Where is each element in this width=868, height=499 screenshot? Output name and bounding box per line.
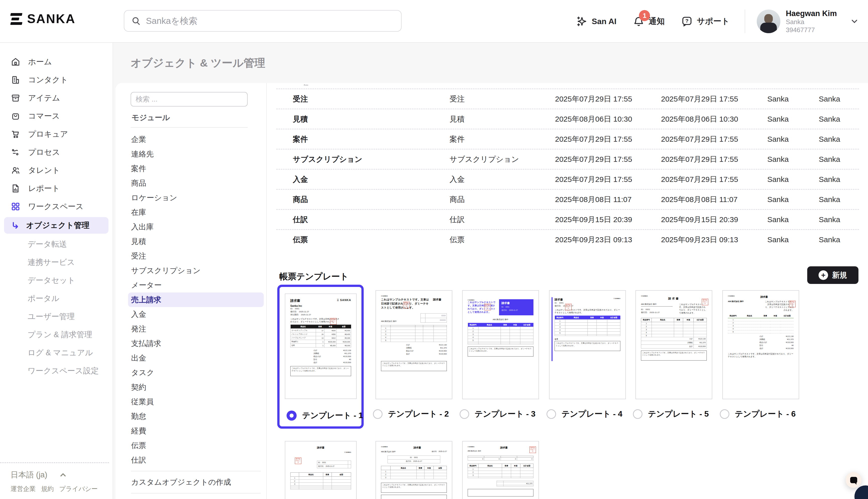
template-thumbnail-6[interactable]: Ξ SANKA 請求書 ABC株式会社 御中 これはサンプルテキストです。文章は… <box>722 290 799 399</box>
sidebar-sub-user-management[interactable]: ユーザー管理 <box>0 307 112 326</box>
module-item-order[interactable]: 受注 <box>128 249 264 263</box>
template-thumbnail-1[interactable]: 請求書 Ξ SANKA Sanka Inc ID: 0001 発行日: 2025… <box>285 293 357 399</box>
module-item-company[interactable]: 企業 <box>128 132 264 147</box>
sidebar-item-contacts[interactable]: コンタクト <box>0 71 112 89</box>
sidebar-item-talent[interactable]: タレント <box>0 161 112 179</box>
template-select-6[interactable]: テンプレート - 6 <box>720 409 796 419</box>
cart-icon <box>11 129 21 139</box>
template-thumbnail-9[interactable]: Ξ SANKA 請求書 ABC株式会社 御中 株式会社サンカ 0000 商品番号… <box>462 441 539 499</box>
table-row[interactable]: 仕訳 仕訳 2025年09月15日 20:39 2025年09月15日 20:3… <box>276 209 859 229</box>
support-button[interactable]: ? サポート <box>681 15 729 27</box>
sidebar-item-items[interactable]: アイテム <box>0 89 112 107</box>
link-privacy[interactable]: プライバシー <box>59 485 98 493</box>
link-terms[interactable]: 規約 <box>41 485 54 493</box>
sidebar-item-process[interactable]: プロセス <box>0 143 112 161</box>
sidebar-item-procure[interactable]: プロキュア <box>0 125 112 143</box>
module-search[interactable] <box>131 92 248 107</box>
module-item-withdrawal[interactable]: 出金 <box>128 351 264 365</box>
table-row[interactable]: 入金 入金 2025年07月29日 17:55 2025年07月29日 17:5… <box>276 169 859 189</box>
chat-widget-button[interactable] <box>846 472 861 488</box>
sidebar-sub-portal[interactable]: ポータル <box>0 290 112 307</box>
template-thumbnail-2[interactable]: Ξ SANKA これはサンプルテキストです。文章は日本語で記述されており、ダミー… <box>375 290 452 399</box>
sidebar-item-object-management[interactable]: オブジェクト管理 <box>4 217 109 234</box>
table-row[interactable]: 見積 見積 2025年08月06日 10:30 2025年08月06日 10:3… <box>276 109 859 129</box>
module-label: サブスクリプション <box>131 266 200 276</box>
table-row[interactable]: 商品 商品 2025年08月08日 11:07 2025年08月08日 11:0… <box>276 189 859 209</box>
sidebar-item-home[interactable]: ホーム <box>0 53 112 71</box>
process-flow-icon <box>11 147 21 157</box>
module-item-purchase-order[interactable]: 発注 <box>128 321 264 336</box>
module-item-journal[interactable]: 仕訳 <box>128 453 264 467</box>
sidebar-sub-datasets[interactable]: データセット <box>0 271 112 290</box>
language-selector[interactable]: 日本語 (ja) <box>11 470 109 480</box>
sidebar-sub-workspace-settings[interactable]: ワークスペース設定 <box>0 362 112 380</box>
module-item-location[interactable]: ロケーション <box>128 191 264 205</box>
template-thumbnail-8[interactable]: Ξ SANKA 請求書 ABC株式会社 御中 発行日: 2025-11-27 I… <box>375 441 452 499</box>
module-search-input[interactable] <box>136 95 243 103</box>
module-item-task[interactable]: タスク <box>128 365 264 380</box>
invoice-title: 請求書 <box>290 299 300 303</box>
search-icon <box>131 16 141 26</box>
subnav-label: ワークスペース設定 <box>28 366 99 376</box>
module-item-expense[interactable]: 経費 <box>128 424 264 438</box>
global-search[interactable] <box>124 10 401 32</box>
module-item-contact[interactable]: 連絡先 <box>128 147 264 161</box>
sidebar-item-report[interactable]: レポート <box>0 179 112 197</box>
table-row[interactable]: 受注 受注 2025年07月29日 17:55 2025年07月29日 17:5… <box>276 88 859 109</box>
table-row[interactable]: 案件 案件 2025年07月29日 17:55 2025年07月29日 17:5… <box>276 129 859 149</box>
module-item-deposit[interactable]: 入金 <box>128 307 264 321</box>
create-custom-object-button[interactable]: カスタムオブジェクトの作成 <box>128 475 264 489</box>
module-item-stock-io[interactable]: 入出庫 <box>128 220 264 234</box>
module-item-payment-request[interactable]: 支払請求 <box>128 336 264 351</box>
global-search-input[interactable] <box>146 16 372 26</box>
sidebar-sub-data-transfer[interactable]: データ転送 <box>0 235 112 253</box>
template-thumbnail-3[interactable]: Ξ SANKA これはサンプルテキストです。文章は日本語で記述されており、ダミー… <box>462 290 539 399</box>
template-select-3[interactable]: テンプレート - 3 <box>460 409 535 419</box>
brand-logo[interactable]: SANKA <box>11 12 76 26</box>
module-item-inventory[interactable]: 在庫 <box>128 205 264 220</box>
module-item-subscription[interactable]: サブスクリプション <box>128 263 264 278</box>
radio-selected-icon[interactable] <box>287 411 297 421</box>
template-select-2[interactable]: テンプレート - 2 <box>373 409 449 419</box>
module-item-deal[interactable]: 案件 <box>128 161 264 176</box>
radio-icon[interactable] <box>460 409 469 419</box>
module-item-sales-invoice[interactable]: 売上請求 <box>128 292 264 307</box>
sidebar-item-commerce[interactable]: コマース <box>0 107 112 125</box>
template-thumbnail-5[interactable]: Ξ SANKA 請求書 ABC株式会社 御中 ID: 0001 発行日: 202… <box>635 290 712 399</box>
radio-icon[interactable] <box>373 409 383 419</box>
module-item-quote[interactable]: 見積 <box>128 234 264 249</box>
module-item-contract[interactable]: 契約 <box>128 380 264 394</box>
app-sidebar: ホーム コンタクト アイテム コマース プロキュア プロセス <box>0 43 113 499</box>
user-menu[interactable]: Haegwan Kim Sanka 39467777 <box>757 9 859 34</box>
link-operator[interactable]: 運営企業 <box>11 485 36 493</box>
shopping-bag-icon <box>11 111 21 121</box>
template-select-4[interactable]: テンプレート - 4 <box>546 409 622 419</box>
module-item-meter[interactable]: メーター <box>128 278 264 292</box>
invoice-brand: Ξ SANKA <box>337 299 351 302</box>
radio-icon[interactable] <box>546 409 556 419</box>
new-template-button[interactable]: + 新規 <box>807 266 858 284</box>
sidebar-item-workspace[interactable]: ワークスペース <box>0 197 112 216</box>
radio-icon[interactable] <box>720 409 729 419</box>
table-row[interactable]: サブスクリプション サブスクリプション 2025年07月29日 17:55 20… <box>276 149 859 169</box>
table-row[interactable]: 伝票 伝票 2025年09月23日 09:13 2025年09月23日 09:1… <box>276 229 859 249</box>
notifications-button[interactable]: 1 通知 <box>633 15 665 27</box>
module-label: メーター <box>131 280 161 291</box>
template-card-1[interactable]: 請求書 Ξ SANKA Sanka Inc ID: 0001 発行日: 2025… <box>277 285 364 429</box>
module-item-employee[interactable]: 従業員 <box>128 394 264 409</box>
template-select-1[interactable]: テンプレート - 1 <box>287 410 363 421</box>
template-section-title: 帳票テンプレート <box>279 271 349 282</box>
module-item-product[interactable]: 商品 <box>128 176 264 191</box>
module-item-voucher[interactable]: 伝票 <box>128 438 264 453</box>
sidebar-item-label: ホーム <box>28 57 52 67</box>
radio-icon[interactable] <box>633 409 643 419</box>
sidebar-sub-integrations[interactable]: 連携サービス <box>0 253 112 271</box>
sidebar-sub-plan-billing[interactable]: プラン & 請求管理 <box>0 326 112 344</box>
san-ai-button[interactable]: San AI <box>576 15 616 27</box>
sidebar-sub-logs-manual[interactable]: ログ & マニュアル <box>0 344 112 362</box>
people-icon <box>11 165 21 175</box>
template-thumbnail-4[interactable]: 請求書 Ξ SANKA ID: 0001 発行日: 2025-11-27 株式会… <box>549 290 626 399</box>
template-thumbnail-7[interactable]: 請求書 Ξ SANKA 株式会社サンカ ID: 0001 発行日: 2025-1… <box>285 441 357 499</box>
module-item-attendance[interactable]: 勤怠 <box>128 409 264 424</box>
template-select-5[interactable]: テンプレート - 5 <box>633 409 709 419</box>
